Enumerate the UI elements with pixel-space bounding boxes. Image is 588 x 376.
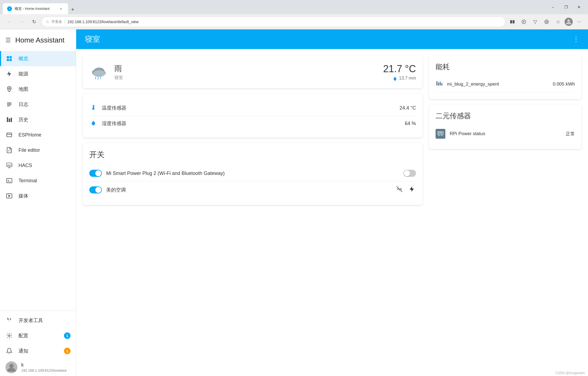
sidebar-item-map[interactable]: 地图	[0, 81, 76, 97]
svg-marker-29	[9, 195, 10, 197]
toggle-knob-0	[95, 170, 101, 176]
toggle-knob-1	[95, 187, 101, 193]
user-name: k	[21, 362, 67, 368]
hacs-label: HACS	[19, 163, 32, 168]
favorites-icon[interactable]: ☆	[553, 17, 563, 27]
toggle-knob-secondary-0	[404, 170, 410, 176]
svg-rect-53	[440, 132, 441, 133]
refresh-button[interactable]: ↻	[29, 17, 39, 27]
sidebar-item-terminal[interactable]: Terminal	[0, 173, 76, 188]
svg-rect-2	[513, 20, 514, 23]
switch-name-1: 美的空调	[106, 187, 391, 193]
sidebar-item-notifications[interactable]: 通知 1	[0, 343, 76, 359]
weather-temp: 21.7 °C	[383, 63, 416, 75]
forward-button[interactable]: →	[16, 17, 27, 27]
app-container: ☰ Home Assistant 概览	[0, 29, 588, 376]
tab-group: 概览 - Home Assistant × +	[3, 0, 546, 14]
close-window-button[interactable]: ✕	[573, 2, 585, 12]
log-label: 日志	[19, 101, 28, 108]
active-tab[interactable]: 概览 - Home Assistant ×	[3, 3, 68, 14]
switch-name-0: Mi Smart Power Plug 2 (Wi-Fi and Bluetoo…	[106, 171, 399, 176]
svg-rect-18	[9, 119, 10, 122]
back-button[interactable]: ←	[4, 17, 14, 27]
header-menu-icon[interactable]: ⋮	[573, 35, 579, 43]
file-editor-icon	[5, 146, 13, 154]
right-column: 能耗 mi_blug_2_energy_spent	[429, 56, 581, 149]
svg-line-38	[98, 77, 98, 80]
humidity-sensor-value: 64 %	[405, 121, 416, 126]
sidebar-item-media[interactable]: 媒体	[0, 188, 76, 204]
switch-toggle-1[interactable]	[89, 186, 102, 193]
svg-line-39	[100, 77, 101, 79]
svg-rect-19	[11, 118, 12, 122]
url-text: 192.168.1.109:8123/lovelace/default_view	[68, 20, 501, 24]
map-icon	[5, 85, 13, 93]
content-area: 雨 寝室 21.7 °C 13.7 mm	[76, 49, 588, 370]
sidebar-item-energy[interactable]: 能源	[0, 66, 76, 81]
sidebar-item-history[interactable]: 历史	[0, 112, 76, 127]
new-tab-button[interactable]: +	[68, 5, 77, 14]
overview-label: 概览	[19, 55, 28, 62]
hamburger-menu-icon[interactable]: ☰	[5, 37, 11, 44]
humidity-icon	[89, 120, 97, 127]
sidebar-item-developer[interactable]: 开发者工具	[0, 313, 76, 328]
no-wifi-icon[interactable]	[395, 186, 403, 194]
sidebar-nav: 概览 能源	[0, 51, 76, 310]
switch-toggle-0[interactable]	[89, 170, 102, 177]
sidebar-item-hacs[interactable]: HACS HACS	[0, 158, 76, 173]
switch-secondary-toggle-0[interactable]	[403, 170, 416, 177]
tab-close-button[interactable]: ×	[58, 6, 64, 11]
svg-point-5	[546, 21, 547, 23]
address-bar[interactable]: ⚠ 不安全 | 192.168.1.109:8123/lovelace/defa…	[41, 17, 505, 27]
settings-badge: 1	[64, 332, 71, 339]
bolt-icon[interactable]	[408, 186, 416, 194]
energy-card-title: 能耗	[436, 62, 575, 72]
svg-rect-10	[7, 59, 9, 61]
window-controls: – ❐ ✕	[547, 2, 585, 12]
svg-rect-17	[7, 117, 8, 122]
svg-rect-52	[439, 132, 439, 133]
binary-sensor-card: 二元传感器	[429, 105, 581, 149]
sidebar-item-log[interactable]: 日志	[0, 97, 76, 112]
hacs-icon: HACS	[5, 162, 13, 169]
temp-sensor-name: 温度传感器	[102, 105, 395, 111]
svg-line-37	[95, 77, 96, 79]
restore-button[interactable]: ❐	[560, 2, 572, 12]
svg-point-7	[567, 19, 570, 22]
main-content: 寝室 ⋮	[76, 29, 588, 376]
overview-icon	[5, 55, 13, 62]
svg-rect-46	[436, 81, 437, 86]
switch-actions-1	[395, 186, 416, 194]
precipitation-value: 13.7 mm	[399, 76, 416, 81]
app-title: Home Assistant	[15, 36, 65, 44]
sidebar-item-settings[interactable]: 配置 1	[0, 328, 76, 343]
user-profile-icon[interactable]	[565, 18, 573, 26]
binary-card-title: 二元传感器	[436, 111, 575, 121]
humidity-sensor-name: 湿度传感器	[102, 120, 400, 127]
media-icon	[5, 192, 13, 200]
sidebar-item-overview[interactable]: 概览	[0, 51, 76, 66]
weather-card: 雨 寝室 21.7 °C 13.7 mm	[83, 56, 422, 88]
binary-item-name: RPi Power status	[450, 131, 561, 137]
weather-precip: 13.7 mm	[383, 76, 416, 81]
minimize-button[interactable]: –	[547, 2, 559, 12]
collections-icon[interactable]	[519, 17, 529, 27]
weather-icon	[89, 62, 109, 82]
sidebar-item-esphome[interactable]: ESPHome	[0, 127, 76, 142]
energy-item-name: mi_blug_2_energy_spent	[447, 81, 549, 87]
sidebar-item-user[interactable]: k 192.168.1.109:8123/lovelace	[0, 359, 76, 374]
translate-icon[interactable]: ▽	[530, 17, 540, 27]
sidebar-item-file-editor[interactable]: File editor	[0, 142, 76, 158]
settings-menu-icon[interactable]: ···	[574, 17, 584, 27]
temp-sensor-value: 24.4 °C	[400, 105, 416, 111]
reading-mode-icon[interactable]	[507, 17, 517, 27]
weather-location: 寝室	[114, 75, 123, 81]
browser-window: 概览 - Home Assistant × + – ❐ ✕ ← → ↻ ⚠ 不安…	[0, 0, 588, 376]
svg-point-30	[8, 335, 10, 336]
security-label: 不安全	[51, 19, 62, 24]
svg-point-42	[92, 108, 94, 110]
svg-rect-11	[10, 59, 12, 61]
browser-essentials-icon[interactable]	[542, 17, 552, 27]
user-row: k 192.168.1.109:8123/lovelace	[5, 361, 71, 373]
notifications-icon	[5, 347, 13, 355]
